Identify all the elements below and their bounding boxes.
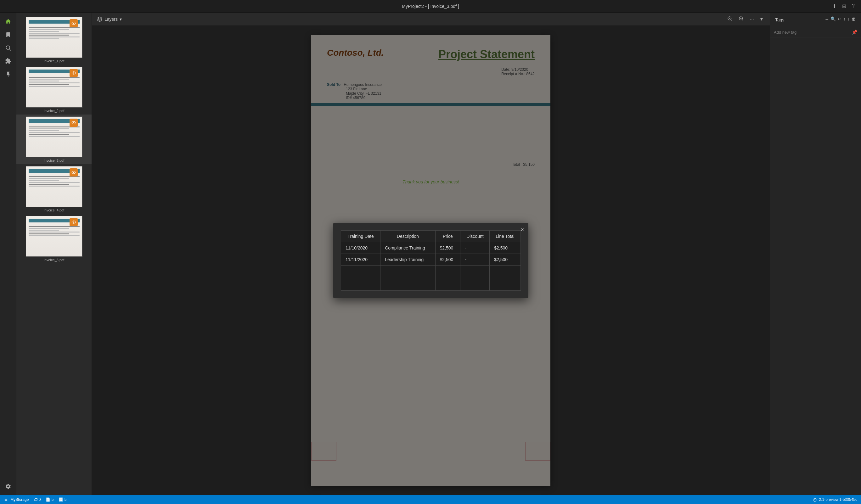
modal-row2-desc: Leadership Training: [381, 254, 435, 266]
layers-dropdown[interactable]: Layers ▾: [97, 16, 122, 22]
right-panel: Tags + 🔍 ↩ ↑ ↓ 🗑 📌: [770, 13, 861, 495]
modal-row4-total: [490, 278, 521, 291]
right-panel-header: Tags + 🔍 ↩ ↑ ↓ 🗑: [770, 13, 861, 27]
modal-row3-discount: [461, 266, 490, 278]
modal-row1-total: $2,500: [490, 242, 521, 254]
statusbar-docs: 📃 5: [58, 498, 66, 502]
titlebar: MyProject2 - [ Invoice_3.pdf ] ⬆ ⊟ ?: [0, 0, 861, 13]
icon-sidebar: [0, 13, 16, 495]
help-icon[interactable]: ?: [852, 3, 855, 9]
thumbnail-img-invoice5: [26, 216, 82, 257]
thumbnail-invoice5[interactable]: Invoice_5.pdf: [16, 214, 92, 264]
thumbnail-invoice2[interactable]: Invoice_2.pdf: [16, 65, 92, 114]
modal-row1-date: 11/10/2020: [341, 242, 381, 254]
right-panel-input-row[interactable]: 📌: [770, 27, 861, 38]
sidebar-item-home[interactable]: [2, 16, 14, 27]
statusbar: MyStorage 🏷 0 📄 5 📃 5 2.1-preview.1-5305…: [0, 495, 861, 504]
modal-row-4: [341, 278, 521, 291]
svg-point-7: [73, 122, 74, 123]
up-icon[interactable]: ↑: [843, 16, 846, 23]
modal-row-3: [341, 266, 521, 278]
statusbar-storage: MyStorage: [4, 498, 29, 502]
modal-row4-discount: [461, 278, 490, 291]
right-panel-title: Tags: [775, 17, 784, 22]
thumbnail-label-invoice1: Invoice_1.pdf: [44, 59, 64, 63]
modal-table: Training Date Description Price Discount…: [341, 230, 521, 291]
svg-point-9: [73, 172, 74, 173]
svg-line-17: [742, 19, 743, 20]
modal-table-header-row: Training Date Description Price Discount…: [341, 230, 521, 242]
thumbnail-label-invoice2: Invoice_2.pdf: [44, 109, 64, 113]
thumbnail-img-invoice4: [26, 166, 82, 207]
modal-row3-desc: [381, 266, 435, 278]
more-options-button[interactable]: ···: [748, 15, 756, 23]
statusbar-tags: 🏷 0: [34, 498, 41, 502]
thumbnail-panel: Invoice_1.pdf: [16, 13, 92, 495]
modal-row2-date: 11/11/2020: [341, 254, 381, 266]
thumbnail-img-invoice1: [26, 17, 82, 58]
modal-row1-desc: Compliance Training: [381, 242, 435, 254]
pdf-viewer[interactable]: Contoso, Ltd. Project Statement Date: 9/…: [92, 26, 770, 495]
modal-row1-price: $2,500: [435, 242, 461, 254]
layout-icon[interactable]: ⊟: [842, 3, 846, 9]
statusbar-version: 2.1-preview.1-530545c: [813, 498, 857, 502]
thumbnail-img-invoice2: [26, 67, 82, 108]
svg-line-14: [731, 19, 732, 20]
layers-dropdown-icon: ▾: [120, 17, 122, 22]
thumbnail-label-invoice4: Invoice_4.pdf: [44, 208, 64, 212]
undo-icon[interactable]: ↩: [838, 16, 842, 23]
share-icon[interactable]: ⬆: [832, 3, 836, 9]
svg-point-11: [73, 222, 74, 223]
thumbnail-label-invoice3: Invoice_3.pdf: [44, 158, 64, 162]
modal-col-desc: Description: [381, 230, 435, 242]
toolbar-dropdown-button[interactable]: ▾: [758, 15, 765, 23]
titlebar-actions: ⬆ ⊟ ?: [832, 3, 855, 9]
modal-row2-price: $2,500: [435, 254, 461, 266]
sidebar-item-bookmarks[interactable]: [2, 29, 14, 40]
modal-close-button[interactable]: ×: [520, 226, 524, 233]
search-tag-icon[interactable]: 🔍: [831, 16, 836, 23]
modal-row1-discount: -: [461, 242, 490, 254]
modal-row-1: 11/10/2020 Compliance Training $2,500 - …: [341, 242, 521, 254]
thumbnail-invoice4[interactable]: Invoice_4.pdf: [16, 164, 92, 214]
sidebar-item-pin[interactable]: [2, 69, 14, 80]
modal-row4-price: [435, 278, 461, 291]
modal-row3-total: [490, 266, 521, 278]
modal-row3-price: [435, 266, 461, 278]
modal-col-price: Price: [435, 230, 461, 242]
add-tag-button[interactable]: +: [825, 16, 829, 23]
modal-row4-desc: [381, 278, 435, 291]
main-layout: Invoice_1.pdf: [0, 13, 861, 495]
modal-row4-date: [341, 278, 381, 291]
sidebar-item-plugins[interactable]: [2, 55, 14, 67]
thumbnail-eye-invoice1[interactable]: [70, 19, 78, 27]
svg-point-3: [73, 23, 74, 24]
thumbnail-eye-invoice4[interactable]: [70, 168, 78, 177]
svg-line-1: [9, 49, 11, 51]
modal-row-2: 11/11/2020 Leadership Training $2,500 - …: [341, 254, 521, 266]
thumbnail-invoice3[interactable]: Invoice_3.pdf: [16, 114, 92, 164]
svg-point-0: [6, 46, 10, 50]
modal-col-date: Training Date: [341, 230, 381, 242]
modal-overlay[interactable]: × Training Date Description Price Discou…: [92, 26, 770, 495]
tag-pin-icon: 📌: [852, 30, 857, 34]
modal-col-discount: Discount: [461, 230, 490, 242]
zoom-out-button[interactable]: [725, 15, 734, 24]
modal-row3-date: [341, 266, 381, 278]
down-icon[interactable]: ↓: [847, 16, 850, 23]
add-tag-input[interactable]: [774, 30, 852, 34]
svg-marker-12: [98, 17, 102, 19]
zoom-in-button[interactable]: [737, 15, 746, 24]
statusbar-files: 📄 5: [46, 498, 54, 502]
thumbnail-invoice1[interactable]: Invoice_1.pdf: [16, 15, 92, 65]
thumbnail-eye-invoice2[interactable]: [70, 69, 78, 77]
modal-dialog: × Training Date Description Price Discou…: [333, 223, 528, 298]
delete-tag-icon[interactable]: 🗑: [851, 16, 856, 23]
content-area: Layers ▾ ··· ▾ C: [92, 13, 770, 495]
thumbnail-eye-invoice5[interactable]: [70, 218, 78, 226]
modal-row2-discount: -: [461, 254, 490, 266]
thumbnail-eye-invoice3[interactable]: [70, 118, 78, 127]
modal-row2-total: $2,500: [490, 254, 521, 266]
sidebar-item-settings[interactable]: [2, 481, 14, 492]
sidebar-item-search[interactable]: [2, 42, 14, 54]
